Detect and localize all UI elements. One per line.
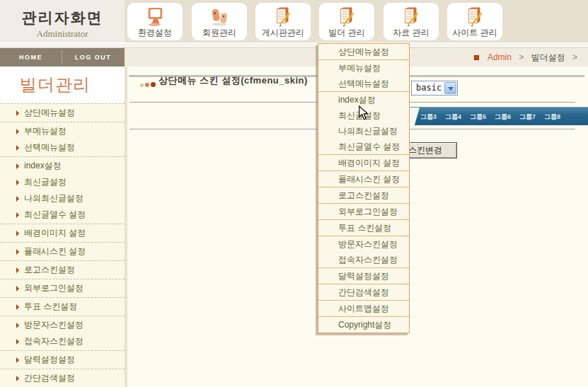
chevron-down-icon[interactable] [444, 82, 456, 94]
sidebar-item-submenu[interactable]: 부메뉴설정 [0, 123, 125, 139]
toolbar-button-boards[interactable]: 게시판관리 [255, 3, 311, 40]
toolbar-button-label: 빌더 관리 [328, 28, 364, 38]
sidebar-item-label: 부메뉴설정 [24, 126, 67, 136]
bullet-triangle-icon [16, 376, 19, 381]
sidebar-item-label: 간단검색설정 [24, 373, 75, 383]
page-subtitle: Administrator [0, 28, 125, 40]
skin-select[interactable]: basic [411, 81, 458, 96]
title-bullet-icon [140, 77, 157, 90]
menu-item-calendar[interactable]: 달력설정설정 [318, 268, 409, 284]
sidebar-item-recentcols[interactable]: 최신글열수 설정 [0, 207, 125, 223]
menu-item-flashskin[interactable]: 플래시스킨 설정 [318, 171, 409, 187]
sidebar-item-myrecent[interactable]: 나의최신글설정 [0, 190, 125, 207]
menu-item-simplesearch[interactable]: 간단검색설정 [318, 284, 409, 300]
sidebar-item-label: index설정 [24, 161, 62, 171]
breadcrumb-section-link[interactable]: 빌더설정 [531, 52, 565, 62]
top-nav: HOME LOG OUT [0, 48, 125, 67]
sidebar-item-label: 접속자스킨설정 [24, 336, 83, 346]
sidebar-group: 플래시스킨 설정 [0, 243, 125, 261]
sidebar-item-calendar[interactable]: 달력설정설정 [0, 352, 125, 368]
menu-item-visitorskin[interactable]: 방문자스킨설정 [318, 236, 409, 252]
menu-item-topmenu[interactable]: 상단메뉴설정 [318, 44, 409, 59]
menu-item-bgimage[interactable]: 배경이미지 설정 [318, 155, 409, 171]
bullet-triangle-icon [16, 163, 19, 169]
preview-tab-label: 그룹3 [416, 108, 441, 126]
menu-group: 배경이미지 설정 [318, 155, 409, 171]
sidebar-group: 부메뉴설정 선택메뉴설정 [0, 122, 125, 157]
menu-group: 플래시스킨 설정 [318, 171, 409, 187]
sidebar-item-label: 외부로그인설정 [24, 283, 83, 293]
bullet-triangle-icon [16, 212, 19, 218]
toolbar-button-members[interactable]: 회원관리 [192, 3, 247, 40]
menu-group: 달력설정설정 [318, 268, 409, 284]
sidebar-group: 상단메뉴설정 [0, 104, 125, 122]
toolbar-button-data[interactable]: 자료 관리 [384, 3, 439, 40]
sidebar-item-recent[interactable]: 최신글설정 [0, 174, 125, 190]
sidebar-item-label: 최신글열수 설정 [24, 209, 86, 219]
menu-item-extlogin[interactable]: 외부로그인설정 [318, 204, 409, 219]
toolbar-button-label: 사이트 관리 [452, 28, 497, 38]
sidebar-menu: 상단메뉴설정 부메뉴설정 선택메뉴설정 index설정 최신글설정 나의최신글설… [0, 103, 125, 387]
sidebar-item-label: 최신글설정 [24, 177, 67, 187]
menu-item-recentcols[interactable]: 최신글열수 설정 [318, 139, 409, 154]
sidebar-item-voteskin[interactable]: 투표 스킨설정 [0, 299, 125, 315]
menu-group: 상단메뉴설정 [318, 44, 409, 60]
menu-item-logoskin[interactable]: 로고스킨설정 [318, 187, 409, 203]
builder-dropdown-menu: 상단메뉴설정 부메뉴설정 선택메뉴설정 index설정 최신글설정 나의최신글설… [318, 43, 410, 333]
menu-item-connectorskin[interactable]: 접속자스킨설정 [318, 252, 409, 267]
bullet-triangle-icon [16, 304, 19, 310]
bullet-triangle-icon [16, 339, 19, 345]
bullet-triangle-icon [16, 357, 19, 363]
sidebar-item-flashskin[interactable]: 플래시스킨 설정 [0, 243, 125, 260]
sidebar-item-index[interactable]: index설정 [0, 158, 125, 174]
toolbar-button-site[interactable]: 사이트 관리 [447, 3, 502, 40]
menu-group: Copyright설정 [318, 317, 409, 333]
mouse-cursor-icon [358, 105, 369, 124]
sidebar-item-topmenu[interactable]: 상단메뉴설정 [0, 105, 125, 121]
sidebar-item-selectmenu[interactable]: 선택메뉴설정 [0, 139, 125, 156]
breadcrumb-bullet-icon [474, 55, 479, 60]
sidebar-item-label: 플래시스킨 설정 [24, 246, 86, 256]
builder-icon [335, 4, 358, 28]
preview-tab-label: 그룹5 [466, 108, 490, 126]
sidebar-item-visitorskin[interactable]: 방문자스킨설정 [0, 317, 125, 333]
sidebar-item-simplesearch[interactable]: 간단검색설정 [0, 370, 125, 386]
monitor-icon [144, 4, 166, 28]
sidebar-item-label: 배경이미지 설정 [24, 228, 86, 238]
sidebar-item-bgimage[interactable]: 배경이미지 설정 [0, 225, 125, 241]
bullet-triangle-icon [16, 145, 19, 151]
breadcrumb-separator: > [572, 52, 577, 62]
menu-item-submenu[interactable]: 부메뉴설정 [318, 60, 409, 76]
sidebar-item-connectorskin[interactable]: 접속자스킨설정 [0, 333, 125, 350]
menu-item-sitemap[interactable]: 사이트맵설정 [318, 301, 409, 316]
sidebar-group: 간단검색설정 [0, 369, 125, 387]
bullet-triangle-icon [16, 323, 19, 328]
menu-item-voteskin[interactable]: 투표 스킨설정 [318, 220, 409, 236]
skin-select-value: basic [416, 83, 442, 93]
sidebar-item-logoskin[interactable]: 로고스킨설정 [0, 262, 125, 278]
sidebar-group: 방문자스킨설정 접속자스킨설정 [0, 316, 125, 351]
menu-group: 간단검색설정 [318, 284, 409, 301]
data-icon [400, 4, 422, 28]
sidebar-group: index설정 최신글설정 나의최신글설정 최신글열수 설정 [0, 157, 125, 224]
logout-link[interactable]: LOG OUT [62, 48, 124, 67]
menu-item-copyright[interactable]: Copyright설정 [318, 317, 409, 333]
menu-group: 투표 스킨설정 [318, 220, 409, 236]
bullet-triangle-icon [16, 180, 19, 185]
breadcrumb-admin-link[interactable]: Admin [488, 52, 512, 62]
toolbar-button-builder[interactable]: 빌더 관리 [319, 3, 374, 40]
sidebar-title: 빌더관리 [20, 74, 91, 96]
preview-tab-label: 그룹4 [441, 108, 466, 126]
menu-item-myrecent[interactable]: 나의최신글설정 [318, 123, 409, 139]
home-link[interactable]: HOME [0, 48, 62, 67]
sidebar-item-extlogin[interactable]: 외부로그인설정 [0, 280, 125, 296]
sidebar-item-label: 선택메뉴설정 [24, 142, 75, 152]
sidebar-group: 배경이미지 설정 [0, 224, 125, 243]
menu-group: 사이트맵설정 [318, 301, 409, 317]
toolbar-button-settings[interactable]: 환경설정 [127, 3, 183, 40]
bullet-triangle-icon [16, 286, 19, 291]
sidebar-item-label: 방문자스킨설정 [24, 320, 83, 330]
toolbar-button-label: 자료 관리 [393, 28, 429, 38]
breadcrumb-separator: > [519, 52, 524, 62]
menu-item-selectmenu[interactable]: 선택메뉴설정 [318, 76, 409, 91]
